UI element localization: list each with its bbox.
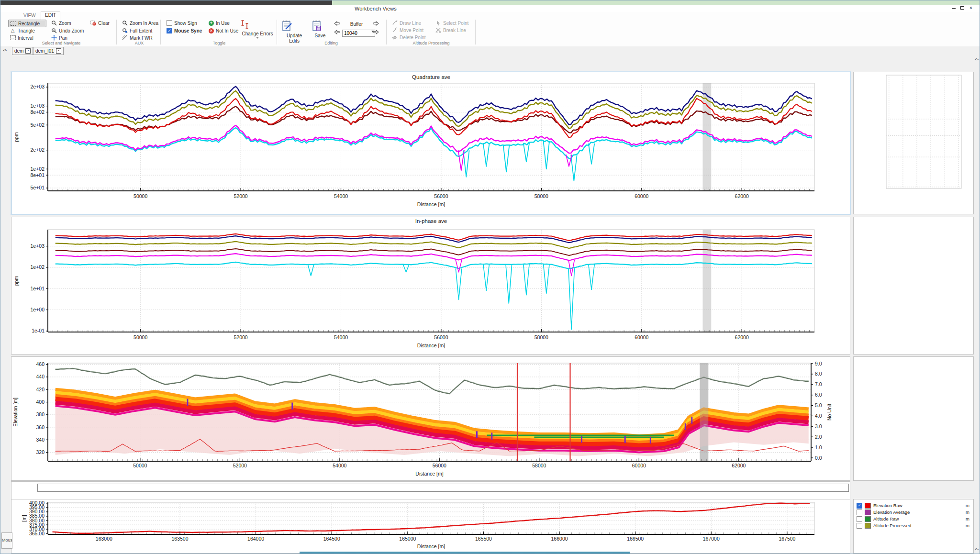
rectangle-tool-button[interactable]: Rectangle <box>8 20 46 27</box>
interval-tool-button[interactable]: ↔Interval <box>8 34 35 41</box>
tab-edit[interactable]: EDIT <box>41 11 60 21</box>
in-use-button[interactable]: +In Use <box>207 20 231 26</box>
legend-checkbox[interactable] <box>857 510 862 515</box>
collapse-panel-handle-bottom[interactable]: <- <box>975 547 979 552</box>
pan-button[interactable]: Pan <box>49 34 69 41</box>
change-errors-button[interactable]: Change Errors <box>239 20 276 39</box>
svg-text:Distance [m]: Distance [m] <box>415 471 443 476</box>
show-sign-checkbox-box <box>167 20 172 26</box>
group-label-select-navigate: Select and Navigate <box>8 41 114 45</box>
buffer-step-left-arrow[interactable] <box>334 29 340 35</box>
svg-text:165000: 165000 <box>399 536 416 542</box>
tab-scroll-arrow[interactable]: -> <box>3 48 7 53</box>
triangle-icon: △ <box>10 28 16 34</box>
save-icon <box>311 20 323 32</box>
svg-text:340: 340 <box>36 437 45 443</box>
svg-text:62000: 62000 <box>735 334 749 340</box>
svg-text:166500: 166500 <box>627 536 644 542</box>
svg-text:58000: 58000 <box>532 463 546 468</box>
legend-checkbox[interactable] <box>857 523 862 529</box>
svg-text:164500: 164500 <box>323 536 340 542</box>
legend-swatch <box>865 510 871 515</box>
move-point-button[interactable]: Move Point <box>390 27 425 33</box>
svg-text:60000: 60000 <box>635 193 648 199</box>
svg-text:420: 420 <box>36 387 45 392</box>
restore-button[interactable] <box>959 6 966 11</box>
full-extent-button[interactable]: Full Extent <box>120 27 154 34</box>
inphase-plot[interactable]: 500005200054000560005800060000620001e+03… <box>11 217 850 354</box>
legend-item-altitude-raw[interactable]: Altitude Rawm <box>857 516 969 522</box>
mark-fwr-button[interactable]: Mark FWR <box>120 34 154 41</box>
svg-text:163000: 163000 <box>96 536 112 542</box>
show-sign-checkbox[interactable]: Show Sign <box>165 20 199 26</box>
section-plot[interactable]: 5000052000540005600058000600006200046044… <box>11 357 850 480</box>
buffer-value-input <box>342 30 375 37</box>
svg-text:60000: 60000 <box>635 334 648 340</box>
profile-plot[interactable]: 1630001635001640001645001650001655001660… <box>11 499 850 553</box>
delete-point-button[interactable]: Delete Point <box>390 34 427 41</box>
side-tab-mouse[interactable]: Mous <box>1 532 12 549</box>
desktop-strip-green <box>332 0 980 5</box>
select-point-button[interactable]: Select Point <box>434 20 470 26</box>
svg-text:58000: 58000 <box>535 193 548 199</box>
rectangle-icon <box>10 21 16 27</box>
desktop-strip-dark <box>0 0 332 5</box>
doc-tab-dem-i01[interactable]: dem_I01× <box>33 47 64 55</box>
colorbar-panel <box>11 481 850 499</box>
buffer-step-right-arrow[interactable] <box>373 29 379 35</box>
svg-text:0.0: 0.0 <box>815 455 822 461</box>
group-label-toggle: Toggle <box>165 41 273 45</box>
collapse-panel-handle[interactable]: <- <box>975 57 979 62</box>
svg-text:2e+02: 2e+02 <box>31 147 45 153</box>
svg-text:52000: 52000 <box>234 193 248 199</box>
channel-plot-quadrature[interactable] <box>854 72 973 214</box>
mouse-sync-checkbox[interactable]: ✓Mouse Sync <box>165 27 203 34</box>
not-in-use-button[interactable]: ×Not In Use <box>207 27 240 34</box>
svg-text:9.0: 9.0 <box>815 361 822 366</box>
select-point-icon <box>435 20 441 26</box>
zoom-in-area-button[interactable]: Zoom In Area <box>120 20 160 26</box>
channel-panel-2 <box>853 217 974 355</box>
close-button[interactable]: × <box>968 6 974 11</box>
svg-text:[m]: [m] <box>21 515 27 522</box>
channel-plot-inphase[interactable] <box>854 217 980 289</box>
svg-text:1e+03: 1e+03 <box>31 243 45 249</box>
mouse-sync-checkbox-box: ✓ <box>167 28 172 33</box>
minimize-button[interactable] <box>950 6 957 11</box>
break-line-button[interactable]: Break Line <box>434 27 468 33</box>
svg-text:1e+03: 1e+03 <box>31 103 45 109</box>
draw-line-button[interactable]: Draw Line <box>390 20 423 26</box>
update-edits-icon <box>281 20 293 32</box>
titlebar[interactable] <box>0 5 980 12</box>
buffer-combo[interactable] <box>342 28 375 37</box>
doc-tab-dem[interactable]: dem× <box>12 47 33 55</box>
channel-panel-1 <box>853 72 974 214</box>
buffer-left-arrow[interactable] <box>334 21 340 26</box>
svg-text:1e+01: 1e+01 <box>31 286 45 291</box>
legend-checkbox[interactable]: ✓ <box>857 503 862 509</box>
channel-plot-selection[interactable] <box>854 357 980 429</box>
quadrature-plot[interactable]: 500005200054000560005800060000620002e+03… <box>11 72 850 214</box>
legend-item-altitude-processed[interactable]: Altitude Processedm <box>857 522 969 529</box>
legend-checkbox[interactable] <box>857 516 862 522</box>
update-edits-button[interactable]: Update Edits <box>281 20 308 44</box>
zoom-button[interactable]: Zoom <box>49 20 73 26</box>
group-label-editing: Editing <box>281 41 381 45</box>
buffer-right-arrow[interactable] <box>373 21 379 26</box>
svg-text:165500: 165500 <box>475 536 492 542</box>
triangle-tool-button[interactable]: △Triangle <box>8 27 36 34</box>
close-tab-icon[interactable]: × <box>25 48 31 54</box>
legend-item-elevation-average[interactable]: Elevation Averagem <box>857 509 969 515</box>
svg-text:167500: 167500 <box>779 536 795 542</box>
undo-zoom-button[interactable]: Undo Zoom <box>49 27 85 34</box>
svg-text:50000: 50000 <box>133 463 147 468</box>
inphase-panel: 500005200054000560005800060000620001e+03… <box>11 217 850 355</box>
move-point-icon <box>391 27 398 33</box>
tab-view[interactable]: VIEW <box>20 12 40 20</box>
save-button[interactable]: Save <box>311 20 330 38</box>
close-tab-icon[interactable]: × <box>56 48 61 54</box>
clear-button[interactable]: Clear <box>89 20 111 26</box>
svg-text:163500: 163500 <box>171 536 188 542</box>
legend-item-elevation-raw[interactable]: ✓Elevation Rawm <box>857 502 969 509</box>
break-line-icon <box>435 27 441 33</box>
